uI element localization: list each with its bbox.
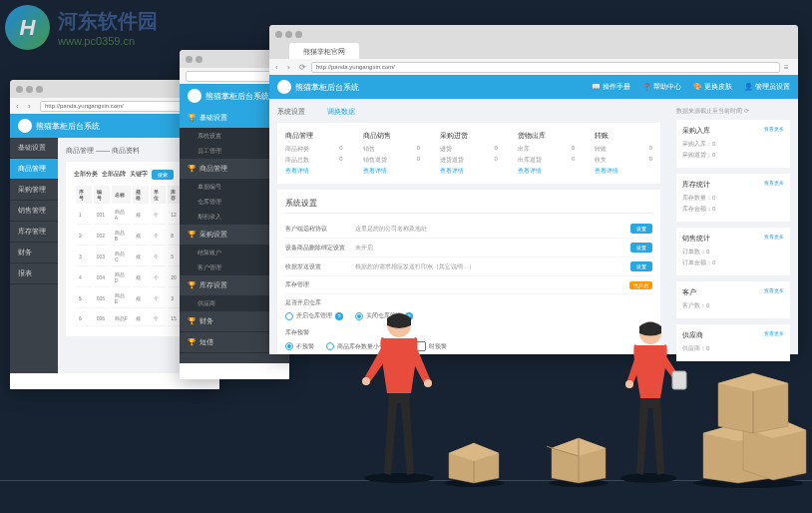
detail-link[interactable]: 查看详情 [595, 167, 652, 176]
sidebar-item[interactable]: 采购管理 [10, 180, 58, 201]
svg-point-4 [620, 473, 676, 483]
person-illustration [339, 303, 459, 483]
app-logo-icon [18, 119, 32, 133]
config-row: 设备商品删除绑定设置 未开启 设置 [285, 239, 652, 257]
app-header: 熊猫掌柜后台系统 📖操作手册 ❓帮助中心 🎨更换皮肤 👤管理员设置 [269, 75, 798, 99]
book-icon: 📖 [592, 83, 601, 91]
window-btn[interactable] [186, 56, 193, 63]
window-controls [269, 25, 798, 43]
app-title: 熊猫掌柜后台系统 [295, 82, 592, 93]
watermark-title: 河东软件园 [58, 8, 158, 35]
sidebar-item[interactable]: 基础设置 [10, 138, 58, 159]
config-button[interactable]: 设置 [630, 224, 652, 234]
address-bar: ‹ › ⟳ http://panda.yungangxin.com/ ≡ [269, 59, 798, 75]
sidebar-item[interactable]: 报表 [10, 263, 58, 284]
trophy-icon: 🏆 [188, 281, 196, 289]
overview-col: 货物出库 出库0 出库退货0 查看详情 [518, 131, 576, 176]
header-action[interactable]: 📖操作手册 [592, 82, 630, 92]
config-row: 库存管理 已开启 [285, 276, 652, 294]
detail-link[interactable]: 查看详情 [440, 167, 498, 176]
radio-option[interactable]: 不预警 [285, 341, 314, 351]
config-button[interactable]: 设置 [630, 243, 652, 253]
breadcrumb: 系统设置 调换数据 [277, 107, 660, 117]
filter[interactable]: 全部分类 [74, 170, 98, 180]
svg-point-3 [424, 379, 432, 387]
sidebar-item[interactable]: 库存管理 [10, 222, 58, 243]
sidebar-item[interactable]: 财务 [10, 243, 58, 263]
help-icon: ❓ [642, 83, 651, 91]
radio-icon [285, 342, 293, 350]
breadcrumb-link[interactable]: 调换数据 [327, 108, 355, 115]
more-link[interactable]: 查看更多 [764, 234, 784, 244]
reload-icon[interactable]: ⟳ [299, 63, 307, 71]
radio-icon [285, 312, 293, 320]
trophy-icon: 🏆 [188, 231, 196, 239]
svg-point-7 [625, 380, 633, 388]
status-tag: 已开启 [629, 281, 652, 289]
window-btn[interactable] [285, 31, 292, 38]
more-link[interactable]: 查看更多 [764, 287, 784, 297]
window-btn[interactable] [196, 56, 203, 63]
more-link[interactable]: 查看更多 [764, 180, 784, 190]
svg-rect-6 [672, 371, 686, 389]
trophy-icon: 🏆 [188, 114, 196, 122]
stat-card: 采购入库查看更多 采购入库：0 采购退货：0 [676, 120, 790, 168]
watermark-logo: H [5, 5, 50, 50]
stat-card: 销售统计查看更多 订单数：0 订单金额：0 [676, 228, 790, 275]
detail-link[interactable]: 查看详情 [285, 167, 343, 176]
stat-card: 库存统计查看更多 库存数量：0 库存金额：0 [676, 174, 790, 222]
url-input[interactable]: http://panda.yungangxin.com/ [311, 62, 780, 73]
tab-bar: 熊猫掌柜官网 [269, 43, 798, 59]
config-button[interactable]: 设置 [630, 261, 652, 271]
detail-link[interactable]: 查看详情 [518, 167, 576, 176]
trophy-icon: 🏆 [188, 165, 196, 173]
back-icon[interactable]: ‹ [275, 63, 283, 71]
overview-col: 商品管理 商品种类0 商品总数0 查看详情 [285, 131, 343, 176]
skin-icon: 🎨 [693, 83, 702, 91]
window-btn[interactable] [275, 31, 282, 38]
trophy-icon: 🏆 [188, 338, 196, 346]
header-action[interactable]: 👤管理员设置 [744, 82, 790, 92]
filter[interactable]: 关键字 [130, 170, 148, 180]
radio-option[interactable]: 开启仓库管理? [285, 311, 343, 320]
app-logo-icon [277, 80, 291, 94]
window-btn[interactable] [295, 31, 302, 38]
back-icon[interactable]: ‹ [16, 102, 24, 110]
config-row: 收据发送设置 根据您的需求相应发送打印点（其它说明…） 设置 [285, 257, 652, 276]
person-illustration [599, 313, 698, 483]
search-button[interactable]: 搜索 [152, 170, 174, 180]
sidebar-item[interactable]: 商品管理 [10, 159, 58, 180]
browser-tab[interactable]: 熊猫掌柜官网 [289, 43, 359, 59]
config-row: 客户端远程协议 这里是您的公司名称及地址 设置 [285, 220, 652, 239]
detail-link[interactable]: 查看详情 [363, 167, 421, 176]
overview-col: 转账 转账0 收支0 查看详情 [595, 131, 652, 176]
overview-col: 商品销售 销售0 销售退货0 查看详情 [363, 131, 421, 176]
window-btn[interactable] [16, 86, 23, 93]
menu-icon[interactable]: ≡ [784, 63, 792, 71]
forward-icon[interactable]: › [28, 102, 36, 110]
watermark-url: www.pc0359.cn [58, 35, 158, 47]
svg-point-2 [362, 377, 370, 385]
more-link[interactable]: 查看更多 [764, 126, 784, 136]
panel-title: 系统设置 [285, 198, 652, 214]
admin-icon: 👤 [744, 83, 753, 91]
box-stack-illustration [688, 338, 808, 488]
window-btn[interactable] [26, 86, 33, 93]
forward-icon[interactable]: › [287, 63, 295, 71]
filter[interactable]: 全部品牌 [102, 170, 126, 180]
sidebar-item[interactable]: 销售管理 [10, 201, 58, 222]
header-action[interactable]: ❓帮助中心 [642, 82, 681, 92]
svg-point-0 [364, 473, 434, 483]
radio-icon [326, 342, 334, 350]
overview-panel: 商品管理 商品种类0 商品总数0 查看详情 商品销售 销售0 销售退货0 查看详… [277, 123, 660, 184]
overview-col: 采购进货 进货0 进货退货0 查看详情 [440, 131, 498, 176]
trophy-icon: 🏆 [188, 317, 196, 325]
sidebar: 基础设置 商品管理 采购管理 销售管理 库存管理 财务 报表 [10, 138, 58, 373]
header-action[interactable]: 🎨更换皮肤 [693, 82, 732, 92]
app-logo-icon [188, 89, 202, 103]
window-btn[interactable] [36, 86, 43, 93]
watermark: H 河东软件园 www.pc0359.cn [5, 5, 158, 50]
stats-header: 数据来源截止至当前时间 ⟳ [676, 107, 790, 116]
